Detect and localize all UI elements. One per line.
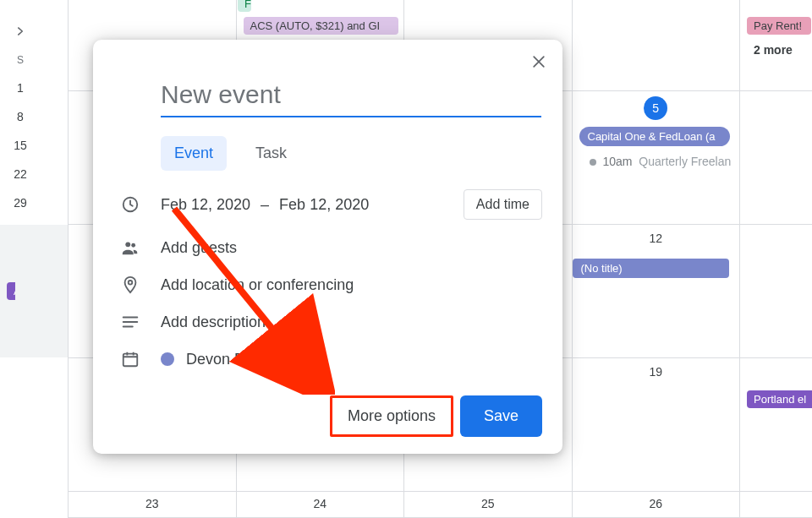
svg-point-1 — [125, 242, 130, 247]
calendar-cell[interactable] — [739, 91, 812, 224]
event-pill[interactable]: ACS (AUTO, $321) and GI — [244, 17, 396, 35]
guests-row[interactable]: Add guests — [113, 238, 542, 257]
tab-task[interactable]: Task — [242, 136, 300, 171]
date-start[interactable]: Feb 12, 2020 — [161, 196, 250, 214]
today-date-circle[interactable]: 5 — [644, 96, 667, 120]
add-location-label: Add location or conferencing — [161, 276, 542, 294]
calendar-cell[interactable]: 26 — [572, 492, 740, 517]
svg-rect-4 — [123, 354, 138, 367]
mini-day-letter: S — [17, 54, 24, 66]
event-pill[interactable]: Au — [7, 282, 15, 300]
event-pill[interactable]: Portland el — [747, 390, 812, 408]
calendar-cell[interactable]: 5 Capital One & FedLoan (a 10am Quarterl… — [572, 91, 740, 224]
calendar-cell[interactable]: Portland el — [739, 358, 812, 491]
location-row[interactable]: Add location or conferencing — [113, 275, 542, 294]
modal-footer: More options Save — [113, 395, 542, 437]
add-guests-label: Add guests — [161, 239, 542, 257]
event-title: Quarterly Freelan — [639, 155, 731, 168]
calendar-owner: Devon Delfino — [186, 351, 282, 368]
cell-date: 24 — [313, 497, 326, 510]
event-title-input[interactable] — [161, 80, 541, 117]
save-button[interactable]: Save — [460, 395, 542, 437]
more-events[interactable]: 2 more — [747, 41, 799, 59]
annotation-highlight: More options — [330, 395, 453, 437]
event-dot-icon — [590, 159, 596, 166]
svg-point-2 — [131, 243, 135, 248]
cell-date: 23 — [145, 497, 159, 510]
calendar-cell[interactable] — [739, 492, 812, 517]
calendar-cell[interactable]: Pay Rent! 2 more — [739, 0, 812, 90]
people-icon — [113, 238, 147, 257]
calendar-color-dot — [161, 352, 174, 366]
calendar-cell[interactable]: 24 — [236, 492, 404, 517]
tab-event[interactable]: Event — [161, 136, 227, 171]
calendar-cell[interactable]: 23 — [68, 492, 236, 517]
event-pill[interactable]: Capital One & FedLoan (a — [579, 127, 730, 146]
cell-date: 19 — [649, 365, 662, 379]
event-pill[interactable]: Pay Rent! — [747, 17, 811, 35]
date-separator: – — [261, 196, 269, 214]
clock-icon — [113, 195, 147, 214]
calendar-cell[interactable]: 12 (No title) — [572, 225, 740, 357]
mini-date[interactable]: 29 — [14, 196, 27, 210]
event-pill[interactable]: (No title) — [573, 259, 729, 278]
date-end[interactable]: Feb 12, 2020 — [279, 196, 369, 214]
event-type-tabs: Event Task — [161, 136, 542, 171]
calendar-row[interactable]: Devon Delfino — [113, 350, 542, 368]
mini-date[interactable]: 8 — [17, 110, 24, 123]
calendar-cell[interactable] — [572, 0, 740, 90]
svg-point-3 — [129, 281, 133, 285]
event-time: 10am — [602, 155, 632, 168]
close-icon[interactable] — [529, 52, 549, 72]
calendar-cell[interactable]: Au — [0, 225, 68, 357]
description-row[interactable]: Add description — [113, 313, 542, 331]
calendar-cell[interactable]: 19 — [572, 358, 740, 491]
cell-date: 25 — [481, 497, 495, 510]
calendar-cell[interactable]: 25 — [403, 492, 572, 517]
more-options-button[interactable]: More options — [348, 407, 436, 424]
mini-date[interactable]: 22 — [14, 167, 27, 181]
calendar-cell[interactable] — [739, 225, 812, 357]
new-event-modal: Event Task Feb 12, 2020 – Feb 12, 2020 A… — [93, 40, 562, 454]
description-icon — [113, 313, 147, 331]
calendar-icon — [113, 350, 147, 368]
location-icon — [113, 275, 147, 294]
cell-date: 12 — [649, 232, 662, 245]
cell-date: 26 — [649, 497, 662, 510]
sidebar-expand-icon[interactable] — [14, 25, 26, 37]
add-description-label: Add description — [161, 314, 542, 331]
date-row: Feb 12, 2020 – Feb 12, 2020 Add time — [113, 189, 542, 220]
event-text[interactable]: 10am Quarterly Freelan — [583, 152, 738, 171]
add-time-button[interactable]: Add time — [464, 189, 542, 220]
mini-date[interactable]: 15 — [14, 139, 27, 152]
mini-date[interactable]: 1 — [17, 81, 24, 95]
calendar-row: 23 24 25 26 — [68, 492, 812, 518]
